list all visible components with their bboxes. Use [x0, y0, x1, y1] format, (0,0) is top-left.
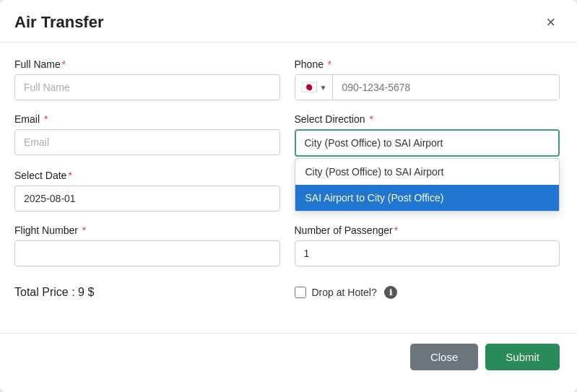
- total-price-group: Total Price : 9 $: [14, 279, 280, 305]
- passenger-group: Number of Passenger*: [295, 225, 560, 266]
- direction-dropdown-menu: City (Post Office) to SAI Airport SAI Ai…: [295, 158, 560, 212]
- phone-wrapper: 🇯🇵 ▼: [295, 74, 560, 100]
- full-name-group: Full Name*: [14, 58, 280, 100]
- direction-option-2[interactable]: SAI Airport to City (Post Office): [295, 185, 560, 211]
- passenger-label: Number of Passenger*: [295, 225, 560, 236]
- email-required: *: [41, 113, 48, 125]
- modal-close-button[interactable]: ×: [542, 13, 560, 32]
- total-price-label: Total Price : 9 $: [14, 279, 280, 305]
- row-flight-passenger: Flight Number * Number of Passenger*: [14, 225, 560, 266]
- phone-flag-icon: 🇯🇵: [301, 79, 317, 95]
- phone-input[interactable]: [333, 75, 559, 100]
- direction-required: *: [367, 113, 373, 125]
- modal-body: Full Name* Phone * 🇯🇵 ▼: [0, 43, 577, 326]
- modal-footer: Close Submit: [0, 333, 577, 383]
- passenger-stepper[interactable]: [295, 240, 560, 266]
- phone-required: *: [325, 58, 331, 70]
- direction-option-1[interactable]: City (Post Office) to SAI Airport: [295, 159, 560, 185]
- submit-button[interactable]: Submit: [485, 344, 560, 370]
- date-group: Select Date*: [14, 170, 280, 212]
- direction-selected-value: City (Post Office) to SAI Airport: [305, 137, 443, 149]
- phone-flag-dropdown[interactable]: 🇯🇵 ▼: [295, 75, 334, 100]
- row-price-hotel: Total Price : 9 $ Drop at Hotel? ℹ: [14, 279, 560, 305]
- flight-number-label: Flight Number *: [14, 225, 280, 236]
- passenger-required: *: [394, 225, 398, 236]
- drop-hotel-label: Drop at Hotel?: [312, 287, 377, 298]
- phone-arrow-icon: ▼: [320, 84, 327, 92]
- direction-label: Select Direction *: [295, 113, 560, 125]
- row-name-phone: Full Name* Phone * 🇯🇵 ▼: [14, 58, 560, 100]
- air-transfer-modal: Air Transfer × Full Name* Phone * 🇯🇵 ▼: [0, 0, 577, 392]
- full-name-label: Full Name*: [14, 58, 280, 70]
- date-label: Select Date*: [14, 170, 280, 181]
- modal-header: Air Transfer ×: [0, 0, 577, 43]
- flight-number-input[interactable]: [14, 240, 280, 266]
- drop-hotel-group: Drop at Hotel? ℹ: [295, 279, 560, 305]
- modal-title: Air Transfer: [14, 13, 104, 32]
- drop-hotel-checkbox[interactable]: [295, 287, 306, 298]
- close-button[interactable]: Close: [410, 344, 478, 370]
- phone-group: Phone * 🇯🇵 ▼: [295, 58, 560, 100]
- direction-select-display[interactable]: City (Post Office) to SAI Airport: [295, 129, 560, 157]
- info-icon[interactable]: ℹ: [384, 286, 397, 299]
- full-name-input[interactable]: [14, 74, 280, 100]
- email-input[interactable]: [14, 129, 280, 155]
- phone-label: Phone *: [295, 58, 560, 70]
- full-name-required: *: [62, 58, 66, 70]
- date-required: *: [68, 170, 71, 181]
- date-input[interactable]: [14, 186, 280, 212]
- row-email-direction: Email * Select Direction * City (Post Of…: [14, 113, 560, 157]
- email-label: Email *: [14, 113, 280, 125]
- direction-group: Select Direction * City (Post Office) to…: [295, 113, 560, 157]
- drop-hotel-wrapper: Drop at Hotel? ℹ: [295, 279, 560, 305]
- flight-number-group: Flight Number *: [14, 225, 280, 266]
- email-group: Email *: [14, 113, 280, 157]
- flight-required: *: [79, 225, 86, 236]
